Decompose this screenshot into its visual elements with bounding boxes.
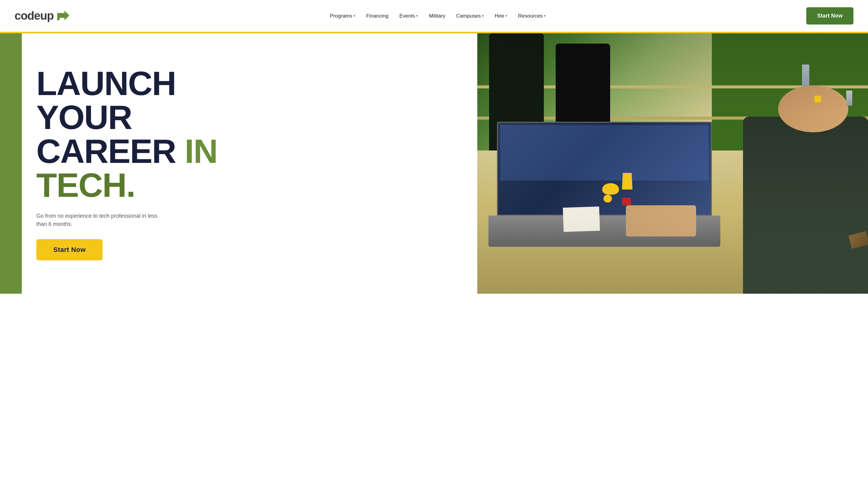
photo-vignette [477, 33, 868, 294]
nav-item-financing[interactable]: Financing [366, 13, 389, 19]
navbar: codeup Programs ▾ Financing Events ▾ [0, 0, 868, 33]
logo-word: codeup [14, 9, 54, 22]
chevron-down-icon: ▾ [353, 14, 355, 18]
nav-item-military[interactable]: Military [429, 13, 445, 19]
hero-title-career: CAREER [36, 132, 176, 170]
nav-item-programs[interactable]: Programs ▾ [330, 13, 355, 19]
hero-content: LAUNCH YOUR CAREER IN TECH. Go from no e… [22, 33, 236, 294]
chevron-down-icon: ▾ [505, 14, 507, 18]
hero-photo-bg [477, 33, 868, 294]
nav-label-financing: Financing [366, 13, 389, 19]
nav-label-events: Events [399, 13, 415, 19]
hero-title: LAUNCH YOUR CAREER IN TECH. [36, 67, 217, 202]
nav-start-now-button[interactable]: Start Now [806, 7, 854, 25]
hero-title-your: YOUR [36, 100, 217, 134]
nav-item-resources[interactable]: Resources ▾ [518, 13, 546, 19]
hero-title-launch: LAUNCH [36, 67, 217, 100]
hero-start-now-button[interactable]: Start Now [36, 239, 102, 260]
nav-label-resources: Resources [518, 13, 542, 19]
nav-label-programs: Programs [330, 13, 352, 19]
hero-image [477, 33, 868, 294]
hero-section: LAUNCH YOUR CAREER IN TECH. Go from no e… [0, 33, 868, 294]
nav-link-resources[interactable]: Resources ▾ [518, 13, 546, 19]
hero-title-in: IN [185, 132, 217, 170]
nav-item-campuses[interactable]: Campuses ▾ [456, 13, 484, 19]
nav-link-financing[interactable]: Financing [366, 13, 389, 19]
hero-title-tech-line: TECH. [36, 168, 217, 202]
nav-label-hire: Hire [495, 13, 504, 19]
nav-item-events[interactable]: Events ▾ [399, 13, 418, 19]
hero-left: LAUNCH YOUR CAREER IN TECH. Go from no e… [0, 33, 477, 294]
svg-marker-0 [57, 10, 69, 20]
nav-link-military[interactable]: Military [429, 13, 445, 19]
nav-link-hire[interactable]: Hire ▾ [495, 13, 507, 19]
chevron-down-icon: ▾ [544, 14, 546, 18]
hero-title-career-in: CAREER IN [36, 134, 217, 168]
nav-links: Programs ▾ Financing Events ▾ Military C… [330, 13, 546, 19]
nav-label-military: Military [429, 13, 445, 19]
nav-link-campuses[interactable]: Campuses ▾ [456, 13, 484, 19]
nav-item-hire[interactable]: Hire ▾ [495, 13, 507, 19]
logo-text: codeup [14, 9, 54, 22]
chevron-down-icon: ▾ [416, 14, 418, 18]
photo-scene [477, 33, 868, 294]
nav-link-events[interactable]: Events ▾ [399, 13, 418, 19]
nav-link-programs[interactable]: Programs ▾ [330, 13, 355, 19]
hero-title-tech: TECH. [36, 166, 135, 204]
logo-arrow-icon [55, 8, 69, 24]
logo[interactable]: codeup [14, 8, 69, 24]
hero-subtitle: Go from no experience to tech profession… [36, 212, 163, 228]
chevron-down-icon: ▾ [482, 14, 484, 18]
nav-label-campuses: Campuses [456, 13, 480, 19]
green-accent-bar [0, 33, 22, 294]
